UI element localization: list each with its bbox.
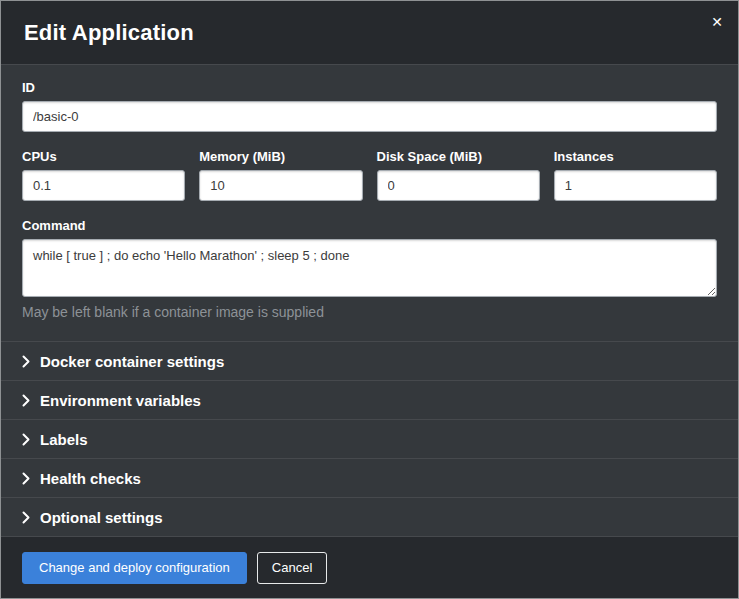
id-label: ID (22, 80, 717, 95)
disk-input[interactable] (377, 170, 540, 201)
form-area: ID CPUs Memory (MiB) Disk Space (MiB) In (1, 65, 738, 337)
command-field-group: Command while [ true ] ; do echo 'Hello … (22, 218, 717, 320)
cancel-button[interactable]: Cancel (257, 552, 327, 584)
disk-field-group: Disk Space (MiB) (377, 149, 540, 201)
chevron-right-icon (22, 394, 30, 407)
cpus-input[interactable] (22, 170, 185, 201)
instances-input[interactable] (554, 170, 717, 201)
chevron-right-icon (22, 433, 30, 446)
memory-input[interactable] (199, 170, 362, 201)
section-label: Docker container settings (40, 353, 224, 370)
section-labels[interactable]: Labels (1, 419, 738, 458)
chevron-right-icon (22, 511, 30, 524)
cpus-label: CPUs (22, 149, 185, 164)
cpus-field-group: CPUs (22, 149, 185, 201)
change-and-deploy-button[interactable]: Change and deploy configuration (22, 552, 247, 584)
section-health-checks[interactable]: Health checks (1, 458, 738, 497)
chevron-right-icon (22, 355, 30, 368)
id-input[interactable] (22, 101, 717, 132)
resources-row: CPUs Memory (MiB) Disk Space (MiB) Insta… (22, 149, 717, 201)
chevron-right-icon (22, 472, 30, 485)
section-label: Labels (40, 431, 88, 448)
modal-body: ID CPUs Memory (MiB) Disk Space (MiB) In (1, 65, 738, 536)
collapsible-sections: Docker container settings Environment va… (1, 341, 738, 536)
edit-application-modal: Edit Application ✕ ID CPUs Memory (MiB) … (0, 0, 739, 599)
section-environment-variables[interactable]: Environment variables (1, 380, 738, 419)
command-label: Command (22, 218, 717, 233)
memory-label: Memory (MiB) (199, 149, 362, 164)
modal-footer: Change and deploy configuration Cancel (1, 536, 738, 598)
disk-label: Disk Space (MiB) (377, 149, 540, 164)
command-help-text: May be left blank if a container image i… (22, 304, 717, 320)
command-input[interactable]: while [ true ] ; do echo 'Hello Marathon… (22, 239, 717, 297)
modal-title: Edit Application (24, 20, 194, 46)
section-label: Environment variables (40, 392, 201, 409)
id-field-group: ID (22, 80, 717, 132)
memory-field-group: Memory (MiB) (199, 149, 362, 201)
section-optional-settings[interactable]: Optional settings (1, 497, 738, 536)
instances-field-group: Instances (554, 149, 717, 201)
modal-header: Edit Application ✕ (1, 1, 738, 65)
section-label: Health checks (40, 470, 141, 487)
section-label: Optional settings (40, 509, 163, 526)
instances-label: Instances (554, 149, 717, 164)
close-icon[interactable]: ✕ (711, 15, 723, 29)
section-docker-container-settings[interactable]: Docker container settings (1, 341, 738, 380)
